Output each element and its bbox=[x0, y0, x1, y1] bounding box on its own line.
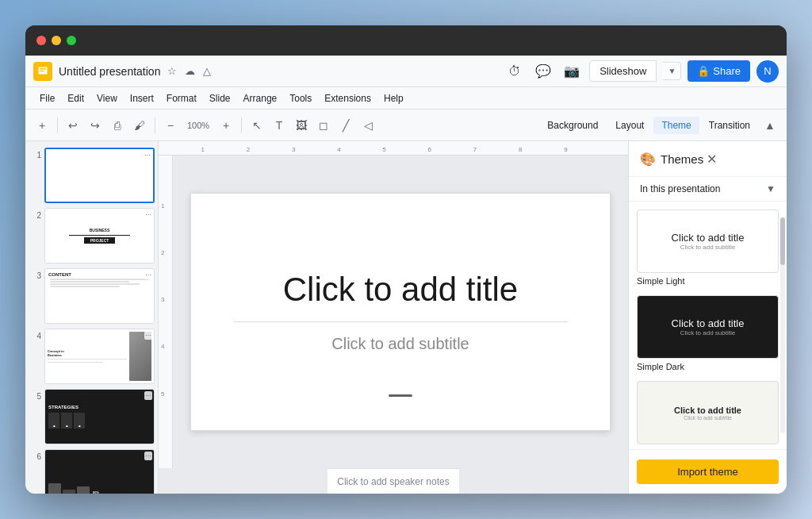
themes-section: In this presentation ▼ bbox=[629, 177, 787, 202]
import-theme-button[interactable]: Import theme bbox=[637, 459, 779, 484]
themes-scrollbar-track[interactable] bbox=[780, 217, 785, 433]
menu-file[interactable]: File bbox=[33, 90, 61, 107]
cloud-icon[interactable]: ☁ bbox=[182, 64, 197, 79]
extra-tool-button[interactable]: ◁ bbox=[358, 115, 378, 136]
slide-title-placeholder[interactable]: Click to add title bbox=[233, 271, 568, 322]
camera-button[interactable]: 📷 bbox=[561, 60, 583, 83]
tab-background[interactable]: Background bbox=[539, 117, 606, 134]
slide-6[interactable]: 6 00% ⋯ bbox=[29, 449, 155, 494]
menu-tools[interactable]: Tools bbox=[283, 90, 318, 107]
toolbar: + ↩ ↪ ⎙ 🖌 − 100% + ↖ T 🖼 ◻ ╱ ◁ Backgroun… bbox=[25, 110, 787, 141]
themes-scrollbar-thumb[interactable] bbox=[780, 217, 785, 265]
image-tool-button[interactable]: 🖼 bbox=[291, 115, 312, 136]
slide-3-num: 3 bbox=[29, 268, 41, 280]
slide-5-more-icon[interactable]: ⋯ bbox=[144, 391, 152, 400]
gdrive-icon[interactable]: △ bbox=[200, 64, 214, 79]
menu-edit[interactable]: Edit bbox=[61, 90, 90, 107]
slide-5[interactable]: 5 STRATEGIES ☗ ☗ bbox=[29, 389, 155, 444]
slide-subtitle-placeholder[interactable]: Click to add subtitle bbox=[331, 335, 469, 353]
slide-4-preview[interactable]: Concept in Business ⋯ bbox=[44, 329, 155, 384]
slide-canvas[interactable]: Click to add title Click to add subtitle bbox=[173, 156, 628, 468]
theme-simple-dark-preview[interactable]: Click to add title Click to add subtitle bbox=[637, 295, 779, 359]
slide-1[interactable]: 1 ⋯ bbox=[29, 148, 155, 203]
star-icon[interactable]: ☆ bbox=[165, 64, 179, 79]
ruler-mark-1: 1 bbox=[201, 146, 205, 153]
theme-simple-light-name: Simple Light bbox=[637, 276, 779, 286]
tab-layout[interactable]: Layout bbox=[607, 117, 652, 134]
slide-6-preview[interactable]: 00% ⋯ bbox=[44, 449, 155, 494]
ruler-h-inner: 1 2 3 4 5 6 7 8 9 bbox=[167, 141, 620, 155]
themes-close-button[interactable]: ✕ bbox=[703, 151, 719, 167]
ruler-v-mark-5: 5 bbox=[161, 390, 164, 398]
cursor-tool-button[interactable]: ↖ bbox=[247, 115, 267, 136]
main-content: 1 ⋯ 2 BUSINESS PROJECT ⋯ bbox=[25, 141, 787, 494]
add-slide-button[interactable]: + bbox=[32, 115, 52, 136]
close-button[interactable] bbox=[36, 36, 46, 45]
theme-simple-light[interactable]: Click to add title Click to add subtitle… bbox=[637, 210, 779, 286]
zoom-in-button[interactable]: + bbox=[216, 115, 236, 136]
slide-2-preview[interactable]: BUSINESS PROJECT ⋯ bbox=[44, 208, 155, 263]
menu-slide[interactable]: Slide bbox=[203, 90, 237, 107]
speaker-notes[interactable]: Click to add speaker notes bbox=[337, 476, 449, 487]
menu-view[interactable]: View bbox=[90, 90, 124, 107]
themes-footer: Import theme bbox=[629, 449, 787, 494]
tab-theme[interactable]: Theme bbox=[653, 117, 699, 134]
header-actions: ⏱ 💬 📷 Slideshow ▼ 🔒 Share N bbox=[504, 60, 779, 83]
ruler-mark-2: 2 bbox=[247, 146, 250, 153]
line-tool-button[interactable]: ╱ bbox=[335, 115, 356, 136]
menu-help[interactable]: Help bbox=[377, 90, 410, 107]
ruler-v-mark-2: 2 bbox=[161, 249, 164, 256]
slide-4[interactable]: 4 Concept in Business bbox=[29, 329, 155, 384]
slide-6-more-icon[interactable]: ⋯ bbox=[144, 452, 152, 460]
slide-1-preview[interactable]: ⋯ bbox=[44, 148, 155, 203]
zoom-out-button[interactable]: − bbox=[160, 115, 181, 136]
menu-bar: Untitled presentation ☆ ☁ △ ⏱ 💬 📷 Slides… bbox=[25, 56, 787, 87]
ruler-v-mark-4: 4 bbox=[161, 343, 164, 350]
text-tool-button[interactable]: T bbox=[269, 115, 289, 136]
theme-sketch[interactable]: Click to add title Click to add subtitle bbox=[637, 381, 779, 444]
slide-main[interactable]: Click to add title Click to add subtitle bbox=[190, 193, 611, 431]
themes-list: Click to add title Click to add subtitle… bbox=[629, 202, 787, 449]
slide-1-more-icon[interactable]: ⋯ bbox=[144, 151, 151, 160]
menu-insert[interactable]: Insert bbox=[124, 90, 160, 107]
toolbar-collapse[interactable]: ▲ bbox=[760, 115, 780, 136]
share-button[interactable]: 🔒 Share bbox=[688, 60, 750, 82]
doc-title[interactable]: Untitled presentation bbox=[59, 65, 160, 78]
slide-3[interactable]: 3 CONTENT ⋯ bbox=[29, 268, 155, 324]
paint-format-button[interactable]: 🖌 bbox=[129, 115, 150, 136]
zoom-level-button[interactable]: 100% bbox=[182, 115, 214, 136]
minimize-button[interactable] bbox=[52, 36, 61, 45]
slideshow-dropdown[interactable]: ▼ bbox=[663, 62, 681, 80]
slide-5-preview[interactable]: STRATEGIES ☗ ☗ ☗ bbox=[44, 389, 155, 444]
menu-format[interactable]: Format bbox=[160, 90, 203, 107]
slide-4-more-icon[interactable]: ⋯ bbox=[144, 331, 152, 340]
tab-transition[interactable]: Transition bbox=[701, 117, 758, 134]
redo-button[interactable]: ↪ bbox=[85, 115, 105, 136]
theme-simple-light-preview[interactable]: Click to add title Click to add subtitle bbox=[637, 210, 779, 273]
menu-arrange[interactable]: Arrange bbox=[237, 90, 284, 107]
slideshow-button[interactable]: Slideshow bbox=[589, 60, 657, 82]
slide-5-num: 5 bbox=[29, 389, 41, 401]
menu-extensions[interactable]: Extensions bbox=[318, 90, 377, 107]
theme-sketch-title: Click to add title bbox=[674, 406, 741, 415]
maximize-button[interactable] bbox=[67, 36, 76, 45]
slide-3-preview[interactable]: CONTENT ⋯ bbox=[44, 268, 155, 324]
ruler-v-mark-3: 3 bbox=[161, 296, 164, 303]
slide-3-more-icon[interactable]: ⋯ bbox=[144, 271, 152, 279]
comments-button[interactable]: 💬 bbox=[532, 60, 554, 83]
themes-expand-icon[interactable]: ▼ bbox=[766, 183, 776, 194]
shapes-tool-button[interactable]: ◻ bbox=[313, 115, 334, 136]
theme-simple-dark[interactable]: Click to add title Click to add subtitle… bbox=[637, 295, 779, 371]
traffic-lights bbox=[36, 36, 76, 45]
slide-2-more-icon[interactable]: ⋯ bbox=[144, 210, 152, 219]
theme-simple-dark-title: Click to add title bbox=[672, 317, 745, 329]
ruler-v-mark-1: 1 bbox=[161, 202, 164, 210]
print-button[interactable]: ⎙ bbox=[107, 115, 128, 136]
ruler-vertical: 1 2 3 4 5 bbox=[159, 156, 173, 468]
slide-2[interactable]: 2 BUSINESS PROJECT ⋯ bbox=[29, 208, 155, 263]
themes-panel: 🎨 Themes ✕ In this presentation ▼ Click … bbox=[628, 141, 787, 494]
avatar[interactable]: N bbox=[756, 60, 779, 83]
history-button[interactable]: ⏱ bbox=[504, 60, 526, 83]
theme-sketch-preview[interactable]: Click to add title Click to add subtitle bbox=[637, 381, 779, 444]
undo-button[interactable]: ↩ bbox=[63, 115, 83, 136]
